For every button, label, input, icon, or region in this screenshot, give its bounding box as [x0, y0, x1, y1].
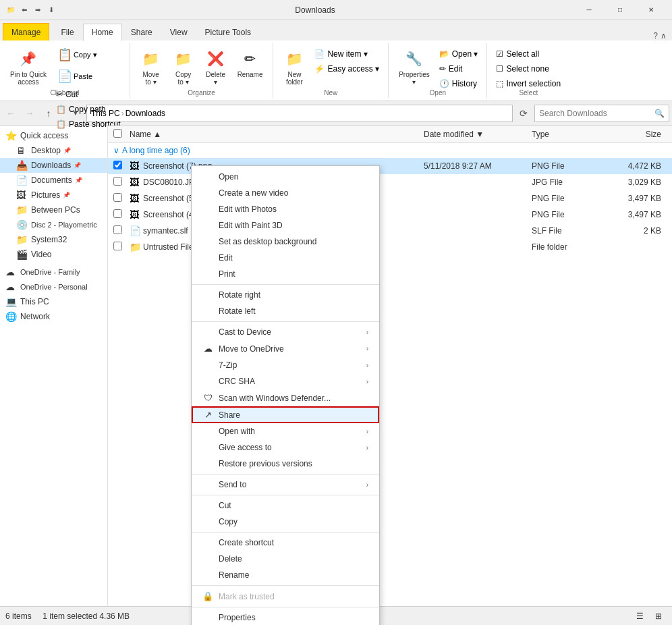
properties-button[interactable]: 🔧 Properties▾	[394, 45, 435, 89]
ctx-sep-7	[192, 607, 379, 607]
tab-file[interactable]: File	[52, 23, 82, 40]
ctx-rotate-right[interactable]: Rotate right	[192, 287, 379, 303]
breadcrumb-downloads[interactable]: Downloads	[125, 109, 165, 118]
ctx-set-desktop-bg[interactable]: Set as desktop background	[192, 234, 379, 250]
file-check-5[interactable]	[113, 242, 122, 250]
file-checkbox-3[interactable]	[113, 209, 130, 220]
file-check-4[interactable]	[113, 225, 122, 234]
ctx-crcsha-label: CRC SHA	[219, 377, 255, 386]
group-chevron-icon: ∨	[113, 146, 119, 155]
ctx-rename[interactable]: Rename	[192, 567, 379, 583]
file-check-0[interactable]	[113, 161, 122, 169]
ctx-restore[interactable]: Restore previous versions	[192, 456, 379, 472]
sidebar-item-pictures[interactable]: 🖼 Pictures 📌	[0, 188, 107, 202]
rename-button[interactable]: ✏ Rename	[233, 45, 268, 82]
search-box[interactable]: 🔍	[534, 105, 669, 122]
app-icon: 📁	[5, 5, 16, 16]
file-checkbox-4[interactable]	[113, 225, 130, 236]
ctx-copy[interactable]: Copy	[192, 514, 379, 530]
minimize-button[interactable]: ─	[573, 0, 605, 20]
ctx-cast-arrow: ›	[366, 329, 368, 336]
file-icon-2: 🖼	[130, 193, 143, 204]
easy-access-button[interactable]: ⚡ Easy access ▾	[311, 62, 383, 76]
ctx-cut[interactable]: Cut	[192, 497, 379, 514]
history-button[interactable]: 🕐 History	[436, 77, 482, 90]
ctx-crcsha[interactable]: CRC SHA›	[192, 373, 379, 389]
tab-view[interactable]: View	[161, 23, 196, 40]
ctx-open[interactable]: Open	[192, 169, 379, 185]
file-checkbox-5[interactable]	[113, 242, 130, 252]
sidebar-item-disc2[interactable]: 💿 Disc 2 - Playometric	[0, 217, 107, 232]
sidebar-item-onedrive-personal[interactable]: ☁ OneDrive - Personal	[0, 279, 107, 294]
ctx-create-shortcut[interactable]: Create shortcut	[192, 535, 379, 551]
ctx-defender[interactable]: 🛡Scan with Windows Defender...	[192, 389, 379, 406]
move-to-button[interactable]: 📁 Moveto ▾	[136, 45, 167, 89]
file-checkbox-2[interactable]	[113, 193, 130, 204]
file-check-2[interactable]	[113, 193, 122, 202]
select-all-checkbox[interactable]	[113, 129, 122, 138]
select-all-button[interactable]: ☑ Select all	[493, 47, 564, 61]
refresh-button[interactable]: ⟳	[515, 105, 532, 121]
invert-selection-button[interactable]: ⬚ Invert selection	[493, 77, 564, 90]
collapse-ribbon-icon[interactable]: ∧	[661, 31, 667, 40]
tab-picture-tools[interactable]: Picture Tools	[196, 23, 260, 40]
file-checkbox-0[interactable]	[113, 161, 130, 171]
ctx-send-to[interactable]: Send to›	[192, 477, 379, 493]
ctx-delete[interactable]: Delete	[192, 551, 379, 567]
search-icon[interactable]: 🔍	[654, 109, 665, 118]
ctx-edit-photos[interactable]: Edit with Photos	[192, 201, 379, 217]
address-path[interactable]: This PC › Downloads	[86, 105, 513, 122]
sidebar-item-documents[interactable]: 📄 Documents 📌	[0, 173, 107, 188]
pin-to-quick-access-button[interactable]: 📌 Pin to Quickaccess	[5, 45, 51, 89]
new-folder-button[interactable]: 📁 Newfolder	[279, 45, 310, 89]
sidebar-item-thispc[interactable]: 💻 This PC	[0, 294, 107, 309]
delete-button[interactable]: ❌ Delete▾	[200, 45, 231, 89]
ctx-properties[interactable]: Properties	[192, 609, 379, 625]
edit-ribbon-button[interactable]: ✏ Edit	[436, 62, 482, 76]
ctx-edit-paint3d[interactable]: Edit with Paint 3D	[192, 217, 379, 234]
sidebar-item-onedrive-family[interactable]: ☁ OneDrive - Family	[0, 265, 107, 279]
large-icons-view-button[interactable]: ⊞	[650, 609, 667, 624]
header-checkbox[interactable]	[113, 129, 130, 140]
ctx-sep-3	[192, 474, 379, 474]
ctx-onedrive[interactable]: ☁Move to OneDrive›	[192, 340, 379, 357]
select-none-button[interactable]: ☐ Select none	[493, 62, 564, 76]
close-button[interactable]: ✕	[636, 0, 667, 20]
ctx-share[interactable]: ↗Share	[192, 406, 379, 423]
tab-manage[interactable]: Manage	[3, 23, 49, 40]
ctx-rotate-left[interactable]: Rotate left	[192, 303, 379, 319]
col-header-name[interactable]: Name ▲	[130, 130, 424, 139]
file-group-header[interactable]: ∨ A long time ago (6)	[108, 143, 672, 158]
open-button[interactable]: 📂 Open ▾	[436, 47, 482, 61]
network-icon: 🌐	[5, 311, 18, 322]
ctx-cast[interactable]: Cast to Device›	[192, 324, 379, 340]
ctx-print[interactable]: Print	[192, 266, 379, 282]
ctx-edit[interactable]: Edit	[192, 250, 379, 266]
maximize-button[interactable]: □	[605, 0, 636, 20]
file-checkbox-1[interactable]	[113, 177, 130, 188]
sidebar-item-betweenpcs[interactable]: 📁 Between PCs	[0, 202, 107, 217]
new-item-button[interactable]: 📄 New item ▾	[311, 47, 383, 61]
ctx-delete-label: Delete	[219, 554, 242, 564]
help-icon[interactable]: ?	[653, 31, 658, 40]
sidebar-item-desktop[interactable]: 🖥 Desktop 📌	[0, 143, 107, 158]
details-view-button[interactable]: ☰	[632, 609, 648, 624]
ctx-give-access[interactable]: Give access to›	[192, 439, 379, 456]
tab-home[interactable]: Home	[83, 24, 122, 41]
ctx-create-video[interactable]: Create a new video	[192, 185, 379, 201]
sidebar-item-network[interactable]: 🌐 Network	[0, 309, 107, 324]
ctx-open-with[interactable]: Open with›	[192, 423, 379, 439]
sidebar-item-downloads[interactable]: 📥 Downloads 📌	[0, 158, 107, 173]
ctx-7zip[interactable]: 7-Zip›	[192, 357, 379, 373]
paste-button[interactable]: 📄 Paste	[53, 66, 124, 86]
copy-button[interactable]: 📋 Copy ▾	[53, 45, 124, 65]
copy-path-button[interactable]: 📋 Copy path	[53, 103, 124, 116]
file-check-1[interactable]	[113, 177, 122, 186]
copy-to-button[interactable]: 📁 Copyto ▾	[168, 45, 199, 89]
tab-share[interactable]: Share	[122, 23, 161, 40]
col-header-date[interactable]: Date modified ▼	[424, 130, 532, 139]
search-input[interactable]	[539, 109, 652, 118]
file-check-3[interactable]	[113, 209, 122, 218]
sidebar-item-video[interactable]: 🎬 Video	[0, 247, 107, 262]
sidebar-item-system32[interactable]: 📁 System32	[0, 232, 107, 247]
